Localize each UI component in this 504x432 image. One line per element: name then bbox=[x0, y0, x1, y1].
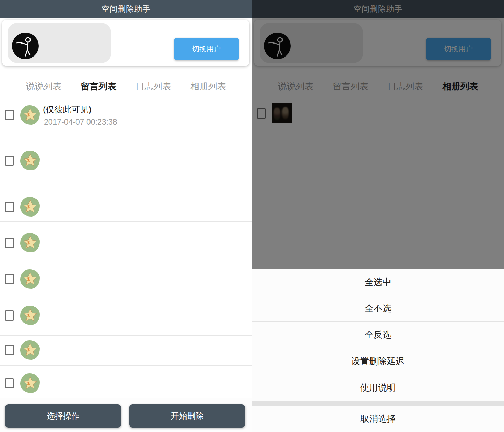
item-checkbox[interactable] bbox=[5, 378, 14, 388]
star-badge-icon: z bbox=[20, 197, 40, 217]
selection-menu-sheet: 全选中 全不选 全反选 设置删除延迟 使用说明 取消选择 bbox=[252, 269, 504, 432]
menu-item-usage-help[interactable]: 使用说明 bbox=[252, 374, 504, 401]
menu-item-cancel-selection[interactable]: 取消选择 bbox=[252, 406, 504, 432]
user-avatar bbox=[12, 33, 39, 59]
star-badge-icon: z bbox=[20, 373, 40, 393]
star-badge-icon: z bbox=[20, 340, 40, 360]
app-bar: 空间删除助手 bbox=[0, 0, 252, 18]
item-checkbox[interactable] bbox=[5, 310, 14, 321]
list-item[interactable]: z bbox=[0, 130, 252, 191]
menu-item-select-none[interactable]: 全不选 bbox=[252, 295, 504, 322]
message-list: z (仅彼此可见) 2017-04-07 00:23:38 z z bbox=[0, 98, 252, 398]
avatar-figure-icon bbox=[12, 33, 39, 59]
item-title: (仅彼此可见) bbox=[43, 104, 92, 115]
star-badge-icon: z bbox=[20, 269, 40, 289]
bottom-action-bar: 选择操作 开始删除 bbox=[0, 398, 252, 432]
menu-item-set-delete-delay[interactable]: 设置删除延迟 bbox=[252, 348, 504, 374]
tab-bar: 说说列表 留言列表 日志列表 相册列表 bbox=[0, 75, 252, 98]
menu-item-invert-selection[interactable]: 全反选 bbox=[252, 322, 504, 348]
tab-shuoshuo-list[interactable]: 说说列表 bbox=[26, 81, 62, 92]
item-checkbox[interactable] bbox=[5, 202, 14, 212]
user-info-pill bbox=[8, 23, 111, 63]
star-badge-icon: z bbox=[20, 306, 40, 325]
screen-message-list: 空间删除助手 切换用户 bbox=[0, 0, 252, 432]
screen-album-list-with-menu: 空间删除助手 切换用户 bbox=[252, 0, 504, 432]
list-item[interactable]: z bbox=[0, 336, 252, 366]
item-checkbox[interactable] bbox=[5, 274, 14, 284]
star-badge-icon: z bbox=[20, 151, 40, 170]
item-checkbox[interactable] bbox=[5, 156, 14, 166]
page-title: 空间删除助手 bbox=[101, 4, 151, 14]
item-timestamp: 2017-04-07 00:23:38 bbox=[44, 118, 117, 127]
list-item[interactable]: z bbox=[0, 295, 252, 336]
switch-user-button[interactable]: 切换用户 bbox=[174, 38, 239, 60]
tab-message-list[interactable]: 留言列表 bbox=[81, 81, 117, 92]
user-card: 切换用户 bbox=[2, 20, 249, 66]
star-badge-icon: z bbox=[20, 105, 40, 125]
star-badge-icon: z bbox=[20, 233, 40, 252]
list-item[interactable]: z bbox=[0, 263, 252, 295]
item-checkbox[interactable] bbox=[5, 110, 14, 120]
start-delete-button[interactable]: 开始删除 bbox=[129, 404, 245, 428]
item-checkbox[interactable] bbox=[5, 238, 14, 248]
menu-group-separator bbox=[252, 401, 504, 406]
select-operation-button[interactable]: 选择操作 bbox=[5, 404, 121, 428]
tab-album-list[interactable]: 相册列表 bbox=[191, 81, 226, 92]
list-item[interactable]: z bbox=[0, 222, 252, 263]
list-item[interactable]: z bbox=[0, 191, 252, 222]
tab-journal-list[interactable]: 日志列表 bbox=[136, 81, 171, 92]
item-checkbox[interactable] bbox=[5, 345, 14, 355]
menu-item-select-all[interactable]: 全选中 bbox=[252, 269, 504, 295]
list-item[interactable]: z (仅彼此可见) 2017-04-07 00:23:38 bbox=[0, 98, 252, 130]
list-item[interactable]: z bbox=[0, 366, 252, 398]
two-screen-composite: 空间删除助手 切换用户 bbox=[0, 0, 504, 432]
